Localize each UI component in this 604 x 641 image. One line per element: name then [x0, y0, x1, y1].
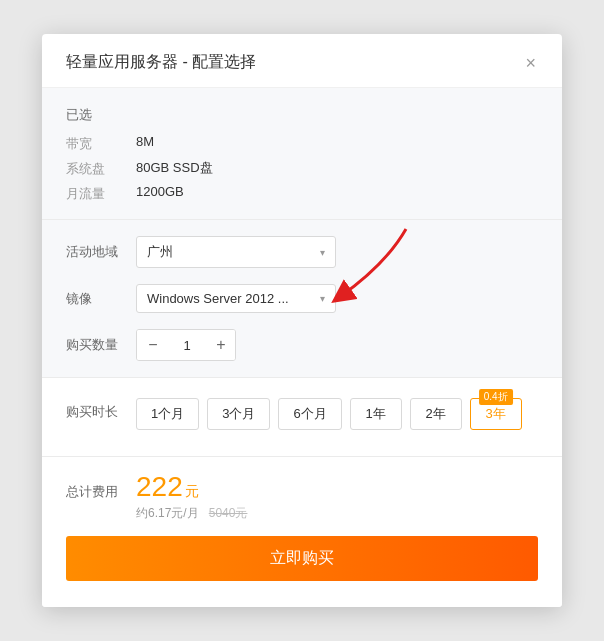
- info-grid: 带宽 8M 系统盘 80GB SSD盘 月流量 1200GB: [66, 134, 538, 203]
- chip-label-3m: 3个月: [222, 406, 255, 421]
- qty-minus-button[interactable]: −: [137, 330, 169, 360]
- total-unit: 元: [185, 483, 199, 501]
- selected-label: 已选: [66, 106, 538, 124]
- image-select[interactable]: Windows Server 2012 ... ▾: [136, 284, 336, 313]
- divider: [42, 219, 562, 220]
- close-button[interactable]: ×: [523, 54, 538, 72]
- qty-input[interactable]: [169, 330, 205, 360]
- disk-value: 80GB SSD盘: [136, 159, 538, 178]
- duration-label: 购买时长: [66, 403, 136, 421]
- chip-badge-3y: 0.4折: [479, 389, 513, 405]
- dialog-title: 轻量应用服务器 - 配置选择: [66, 52, 256, 73]
- duration-chips-container: 1个月 3个月 6个月 1年 2年: [136, 394, 538, 430]
- region-control: 广州 ▾: [136, 236, 538, 268]
- region-label: 活动地域: [66, 243, 136, 261]
- qty-label: 购买数量: [66, 336, 136, 354]
- chip-label-3y: 3年: [486, 406, 506, 421]
- qty-stepper: − +: [136, 329, 236, 361]
- qty-row: 购买数量 − +: [66, 329, 538, 361]
- duration-chips: 1个月 3个月 6个月 1年 2年: [136, 398, 538, 430]
- dialog-body: 已选 带宽 8M 系统盘 80GB SSD盘 月流量 1200GB 活动地域 广…: [42, 88, 562, 607]
- bandwidth-key: 带宽: [66, 134, 136, 153]
- image-row: 镜像 Windows Server 2012 ... ▾: [66, 284, 538, 313]
- duration-row: 购买时长 1个月 3个月 6个月 1年: [66, 394, 538, 430]
- chip-label-1m: 1个月: [151, 406, 184, 421]
- duration-chip-1m[interactable]: 1个月: [136, 398, 199, 430]
- bandwidth-value: 8M: [136, 134, 538, 153]
- duration-chip-1y[interactable]: 1年: [350, 398, 402, 430]
- duration-chip-3m[interactable]: 3个月: [207, 398, 270, 430]
- qty-plus-button[interactable]: +: [205, 330, 236, 360]
- image-arrow-icon: ▾: [320, 293, 325, 304]
- total-sub: 约6.17元/月 5040元: [136, 505, 538, 522]
- region-value: 广州: [147, 243, 173, 261]
- region-arrow-icon: ▾: [320, 247, 325, 258]
- chip-label-1y: 1年: [366, 406, 386, 421]
- qty-control: − +: [136, 329, 538, 361]
- total-section: 总计费用 222 元 约6.17元/月 5040元 立即购买: [42, 456, 562, 607]
- region-row: 活动地域 广州 ▾: [66, 236, 538, 268]
- image-value: Windows Server 2012 ...: [147, 291, 289, 306]
- traffic-key: 月流量: [66, 184, 136, 203]
- duration-chip-6m[interactable]: 6个月: [278, 398, 341, 430]
- image-label: 镜像: [66, 290, 136, 308]
- duration-section: 购买时长 1个月 3个月 6个月 1年: [42, 377, 562, 456]
- dialog: 轻量应用服务器 - 配置选择 × 已选 带宽 8M 系统盘 80GB SSD盘 …: [42, 34, 562, 607]
- dialog-header: 轻量应用服务器 - 配置选择 ×: [42, 34, 562, 88]
- total-row: 总计费用 222 元: [66, 471, 538, 503]
- chip-label-6m: 6个月: [293, 406, 326, 421]
- monthly-price: 约6.17元/月: [136, 506, 199, 520]
- disk-key: 系统盘: [66, 159, 136, 178]
- buy-button[interactable]: 立即购买: [66, 536, 538, 581]
- duration-chip-3y[interactable]: 0.4折 3年: [470, 398, 522, 430]
- traffic-value: 1200GB: [136, 184, 538, 203]
- region-select[interactable]: 广州 ▾: [136, 236, 336, 268]
- duration-chip-2y[interactable]: 2年: [410, 398, 462, 430]
- total-price: 222: [136, 471, 183, 503]
- chip-label-2y: 2年: [426, 406, 446, 421]
- original-price: 5040元: [209, 506, 248, 520]
- image-control: Windows Server 2012 ... ▾: [136, 284, 538, 313]
- total-label: 总计费用: [66, 483, 136, 501]
